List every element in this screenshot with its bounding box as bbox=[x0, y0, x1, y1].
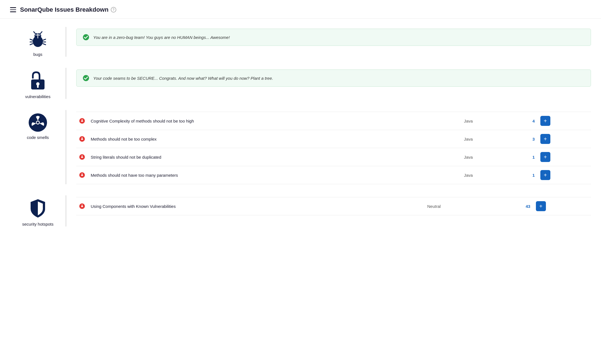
bugs-success-banner: You are in a zero-bug team! You guys are… bbox=[76, 29, 591, 46]
title-text: SonarQube Issues Breakdown bbox=[20, 6, 109, 13]
issue-count: 1 bbox=[511, 166, 538, 184]
plus-button-cell: + bbox=[538, 148, 591, 166]
expand-button[interactable]: + bbox=[536, 201, 546, 211]
vulnerabilities-label: vulnerabilities bbox=[25, 94, 51, 99]
security-hotspots-section: security hotspots Using Components with … bbox=[10, 195, 591, 226]
shield-icon bbox=[29, 198, 47, 219]
page-title: SonarQube Issues Breakdown ? bbox=[20, 6, 116, 13]
issue-language: Neutral bbox=[424, 197, 495, 215]
expand-button[interactable]: + bbox=[540, 152, 550, 162]
vulnerabilities-content: Your code seams to be SECURE... Congrats… bbox=[76, 68, 591, 87]
success-check-icon-2 bbox=[83, 75, 89, 81]
issue-language: Java bbox=[461, 112, 510, 130]
help-icon[interactable]: ? bbox=[111, 7, 116, 13]
security-hotspots-table: Using Components with Known Vulnerabilit… bbox=[76, 197, 591, 215]
security-hotspots-content: Using Components with Known Vulnerabilit… bbox=[76, 195, 591, 215]
bugs-section: bugs You are in a zero-bug team! You guy… bbox=[10, 27, 591, 57]
main-content: bugs You are in a zero-bug team! You guy… bbox=[0, 19, 601, 246]
issue-count: 3 bbox=[511, 130, 538, 148]
table-row: Cognitive Complexity of methods should n… bbox=[76, 112, 591, 130]
code-smells-label: code smells bbox=[27, 135, 49, 140]
svg-line-3 bbox=[40, 32, 42, 34]
radiation-icon bbox=[28, 113, 48, 132]
lock-open-icon bbox=[29, 71, 47, 91]
vulnerabilities-divider bbox=[66, 68, 66, 99]
svg-line-6 bbox=[30, 39, 33, 40]
expand-button[interactable]: + bbox=[540, 116, 550, 126]
plus-button-cell: + bbox=[538, 130, 591, 148]
issue-language: Java bbox=[461, 166, 510, 184]
plus-button-cell: + bbox=[533, 197, 591, 215]
vulnerabilities-section: vulnerabilities Your code seams to be SE… bbox=[10, 68, 591, 99]
issue-name: Methods should not have too many paramet… bbox=[88, 166, 461, 184]
expand-button[interactable]: + bbox=[540, 170, 550, 180]
bug-icon bbox=[28, 30, 48, 49]
security-hotspots-label: security hotspots bbox=[22, 222, 54, 226]
issue-name: Cognitive Complexity of methods should n… bbox=[88, 112, 461, 130]
issue-name: String literals should not be duplicated bbox=[88, 148, 461, 166]
code-smells-divider bbox=[66, 110, 66, 184]
plus-button-cell: + bbox=[538, 166, 591, 184]
expand-button[interactable]: + bbox=[540, 134, 550, 144]
code-smells-section: code smells Cognitive Complexity of meth… bbox=[10, 110, 591, 184]
success-check-icon bbox=[83, 34, 89, 41]
issue-name: Methods should not be too complex bbox=[88, 130, 461, 148]
security-hotspots-divider bbox=[66, 195, 66, 226]
severity-icon bbox=[76, 130, 88, 148]
table-row: Using Components with Known Vulnerabilit… bbox=[76, 197, 591, 215]
issue-language: Java bbox=[461, 130, 510, 148]
bugs-divider bbox=[66, 27, 66, 57]
table-row: Methods should not have too many paramet… bbox=[76, 166, 591, 184]
severity-icon bbox=[76, 112, 88, 130]
svg-point-12 bbox=[83, 34, 89, 40]
plus-button-cell: + bbox=[538, 112, 591, 130]
issue-language: Java bbox=[461, 148, 510, 166]
code-smells-content: Cognitive Complexity of methods should n… bbox=[76, 110, 591, 184]
vulnerabilities-icon-area: vulnerabilities bbox=[10, 68, 66, 99]
svg-point-19 bbox=[37, 121, 39, 124]
vulnerabilities-message: Your code seams to be SECURE... Congrats… bbox=[93, 76, 273, 81]
svg-line-11 bbox=[43, 44, 46, 45]
svg-rect-15 bbox=[37, 85, 39, 88]
svg-point-16 bbox=[83, 75, 89, 81]
vulnerabilities-success-banner: Your code seams to be SECURE... Congrats… bbox=[76, 69, 591, 87]
issue-name: Using Components with Known Vulnerabilit… bbox=[88, 197, 424, 215]
svg-line-9 bbox=[43, 39, 46, 40]
svg-line-2 bbox=[34, 32, 36, 34]
table-row: Methods should not be too complex Java 3… bbox=[76, 130, 591, 148]
table-row: String literals should not be duplicated… bbox=[76, 148, 591, 166]
security-hotspots-icon-area: security hotspots bbox=[10, 195, 66, 226]
severity-icon bbox=[76, 166, 88, 184]
bugs-icon-area: bugs bbox=[10, 27, 66, 57]
svg-line-8 bbox=[30, 44, 33, 45]
severity-icon bbox=[76, 148, 88, 166]
severity-icon bbox=[76, 197, 88, 215]
code-smells-table: Cognitive Complexity of methods should n… bbox=[76, 112, 591, 184]
issue-count: 1 bbox=[511, 148, 538, 166]
bugs-label: bugs bbox=[33, 52, 43, 57]
bugs-content: You are in a zero-bug team! You guys are… bbox=[76, 27, 591, 46]
app-header: SonarQube Issues Breakdown ? bbox=[0, 0, 601, 19]
bugs-message: You are in a zero-bug team! You guys are… bbox=[93, 35, 230, 40]
issue-count: 43 bbox=[495, 197, 533, 215]
issue-count: 4 bbox=[511, 112, 538, 130]
hamburger-menu[interactable] bbox=[10, 7, 16, 12]
code-smells-icon-area: code smells bbox=[10, 110, 66, 140]
